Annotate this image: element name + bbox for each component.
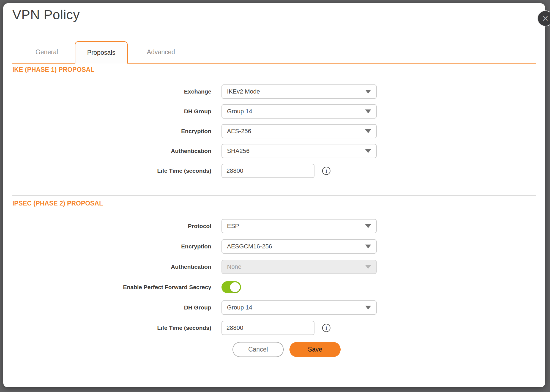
form-row-dh-group: DH Group Group 14 [12, 104, 377, 119]
protocol-label: Protocol [12, 223, 221, 229]
life-time-label: Life Time (seconds) [12, 168, 221, 174]
dropdown-value: Group 14 [227, 108, 252, 115]
toggle-knob [230, 282, 240, 292]
form-row-life-time-phase2: Life Time (seconds) i [12, 321, 330, 335]
chevron-down-icon [365, 129, 371, 133]
info-glyph: i [325, 168, 327, 174]
chevron-down-icon [365, 90, 371, 94]
close-button[interactable]: × [537, 10, 550, 26]
pfs-label: Enable Perfect Forward Secrecy [12, 284, 221, 290]
life-time-phase2-input[interactable] [221, 321, 314, 335]
life-time-input[interactable] [221, 164, 314, 178]
encryption-dropdown[interactable]: AES-256 [221, 124, 377, 138]
form-row-life-time: Life Time (seconds) i [12, 164, 330, 178]
info-glyph: i [325, 325, 327, 331]
dropdown-value: AESGCM16-256 [227, 243, 272, 250]
tab-general[interactable]: General [18, 41, 76, 63]
dropdown-value: AES-256 [227, 128, 251, 135]
dh-group-phase2-dropdown[interactable]: Group 14 [221, 300, 377, 315]
form-row-exchange: Exchange IKEv2 Mode [12, 84, 377, 99]
page-title: VPN Policy [12, 7, 80, 22]
encryption-label: Encryption [12, 128, 221, 135]
dh-group-phase2-label: DH Group [12, 304, 221, 311]
dropdown-value: ESP [227, 223, 239, 230]
chevron-down-icon [365, 224, 371, 228]
vpn-policy-dialog: VPN Policy × General Proposals Advanced … [3, 3, 545, 387]
form-row-encryption-phase2: Encryption AESGCM16-256 [12, 239, 377, 254]
save-button[interactable]: Save [289, 342, 341, 357]
life-time-phase2-label: Life Time (seconds) [12, 325, 221, 331]
protocol-dropdown[interactable]: ESP [221, 219, 377, 233]
chevron-down-icon [365, 245, 371, 248]
exchange-label: Exchange [12, 88, 221, 95]
tab-bar: General Proposals Advanced [12, 41, 536, 64]
form-row-dh-group-phase2: DH Group Group 14 [12, 300, 377, 315]
chevron-down-icon [365, 149, 371, 153]
dh-group-label: DH Group [12, 108, 221, 115]
dropdown-value: Group 14 [227, 304, 252, 311]
authentication-label: Authentication [12, 148, 221, 154]
form-row-protocol: Protocol ESP [12, 219, 377, 233]
ike-phase1-heading: IKE (PHASE 1) PROPOSAL [12, 66, 94, 73]
dropdown-value: SHA256 [227, 147, 250, 155]
encryption-phase2-dropdown[interactable]: AESGCM16-256 [221, 239, 377, 254]
form-row-authentication-phase2: Authentication None [12, 260, 377, 274]
form-row-pfs: Enable Perfect Forward Secrecy [12, 280, 241, 294]
close-icon: × [542, 13, 548, 24]
ipsec-phase2-heading: IPSEC (PHASE 2) PROPOSAL [12, 200, 103, 207]
cancel-button[interactable]: Cancel [232, 342, 284, 357]
info-icon[interactable]: i [322, 324, 330, 332]
exchange-dropdown[interactable]: IKEv2 Mode [221, 84, 377, 99]
chevron-down-icon [365, 265, 371, 269]
chevron-down-icon [365, 306, 371, 309]
section-divider [12, 195, 536, 196]
dropdown-value: None [227, 263, 242, 270]
form-row-encryption: Encryption AES-256 [12, 124, 377, 138]
info-icon[interactable]: i [322, 167, 330, 175]
dh-group-dropdown[interactable]: Group 14 [221, 104, 377, 119]
chevron-down-icon [365, 109, 371, 113]
form-row-authentication: Authentication SHA256 [12, 144, 377, 158]
pfs-toggle[interactable] [221, 281, 241, 293]
authentication-dropdown[interactable]: SHA256 [221, 144, 377, 158]
tab-proposals[interactable]: Proposals [75, 41, 128, 64]
dropdown-value: IKEv2 Mode [227, 88, 260, 95]
tab-advanced[interactable]: Advanced [128, 41, 194, 63]
encryption-phase2-label: Encryption [12, 243, 221, 250]
authentication-phase2-label: Authentication [12, 264, 221, 270]
authentication-phase2-dropdown: None [221, 260, 377, 274]
